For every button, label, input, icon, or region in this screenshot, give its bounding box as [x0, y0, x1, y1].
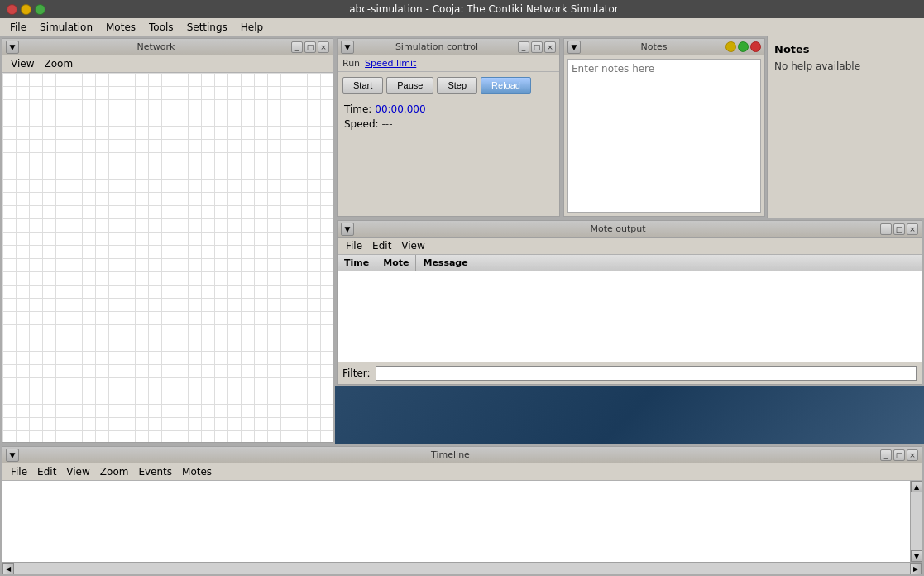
speed-limit-link[interactable]: Speed limit: [365, 58, 416, 69]
speed-value: ---: [382, 118, 393, 130]
timeline-scrollbar-h[interactable]: ◀ ▶: [2, 562, 922, 574]
notes-title: Notes: [584, 41, 724, 52]
col-message[interactable]: Message: [416, 255, 922, 271]
notes-min-btn[interactable]: [725, 41, 736, 52]
main-body: ▼ Network _ □ × View Zoom: [0, 36, 924, 576]
mote-table-header: Time Mote Message: [338, 255, 922, 271]
timeline-menu: File Edit View Zoom Events Motes: [2, 463, 922, 481]
network-grid: [2, 73, 333, 442]
menu-motes[interactable]: Motes: [99, 20, 142, 35]
network-min-btn[interactable]: _: [291, 41, 303, 53]
sim-control-panel: ▼ Simulation control _ □ × Run Speed lim…: [337, 38, 560, 217]
timeline-title: Timeline: [22, 449, 879, 460]
tl-menu-edit[interactable]: Edit: [32, 465, 61, 478]
mote-output-panel: ▼ Mote output _ □ × File Edit View Time …: [337, 220, 922, 385]
network-close-btn[interactable]: ×: [318, 41, 329, 53]
mote-title: Mote output: [357, 223, 879, 234]
notes-max-btn[interactable]: [738, 41, 749, 52]
notes-collapse-btn[interactable]: ▼: [567, 41, 581, 54]
timeline-content: ▲ ▼: [2, 481, 922, 562]
menu-bar: File Simulation Motes Tools Settings Hel…: [0, 18, 924, 36]
sim-close-btn[interactable]: ×: [544, 41, 556, 53]
network-max-btn[interactable]: □: [304, 41, 316, 53]
network-titlebar: ▼ Network _ □ ×: [2, 39, 333, 55]
sim-collapse-btn[interactable]: ▼: [341, 41, 354, 54]
scrollbar-left-btn[interactable]: ◀: [2, 563, 14, 574]
help-content: No help available: [774, 60, 917, 72]
mote-filter: Filter:: [338, 362, 922, 384]
menu-help[interactable]: Help: [234, 20, 270, 35]
tl-menu-motes[interactable]: Motes: [177, 465, 217, 478]
notes-panel: ▼ Notes: [563, 38, 765, 217]
scrollbar-up-btn[interactable]: ▲: [911, 481, 922, 492]
timeline-max-btn[interactable]: □: [893, 449, 905, 461]
menu-file[interactable]: File: [3, 20, 33, 35]
upper-body: ▼ Network _ □ × View Zoom: [0, 36, 924, 444]
scrollbar-track[interactable]: [911, 492, 922, 550]
col-time[interactable]: Time: [338, 255, 376, 271]
sim-max-btn[interactable]: □: [531, 41, 543, 53]
tl-menu-view[interactable]: View: [61, 465, 94, 478]
maximize-btn[interactable]: [35, 4, 45, 15]
mote-close-btn[interactable]: ×: [907, 223, 918, 235]
network-panel: ▼ Network _ □ × View Zoom: [2, 38, 333, 443]
mote-menu-file[interactable]: File: [341, 239, 367, 252]
timeline-collapse-btn[interactable]: ▼: [6, 449, 19, 462]
sim-titlebar: ▼ Simulation control _ □ ×: [338, 39, 559, 55]
timeline-marker: [36, 484, 36, 562]
network-menu-zoom[interactable]: Zoom: [39, 57, 78, 70]
step-button[interactable]: Step: [437, 77, 477, 94]
tl-menu-zoom[interactable]: Zoom: [95, 465, 134, 478]
speed-label: Speed:: [344, 118, 379, 130]
notes-titlebar: ▼ Notes: [564, 39, 764, 55]
help-title: Notes: [774, 43, 917, 55]
filter-label: Filter:: [342, 367, 371, 379]
menu-tools[interactable]: Tools: [142, 20, 180, 35]
sim-info: Time: 00:00.000 Speed: ---: [338, 98, 559, 135]
network-menu: View Zoom: [2, 55, 333, 73]
filter-input[interactable]: [376, 366, 917, 381]
dark-area: [335, 386, 924, 444]
sim-title: Simulation control: [357, 41, 516, 52]
help-panel: Notes No help available: [767, 36, 924, 218]
network-title: Network: [22, 41, 290, 52]
mote-collapse-btn[interactable]: ▼: [341, 223, 354, 236]
time-value: 00:00.000: [375, 103, 425, 115]
menu-simulation[interactable]: Simulation: [33, 20, 99, 35]
menu-settings[interactable]: Settings: [180, 20, 234, 35]
mote-menu-edit[interactable]: Edit: [367, 239, 396, 252]
top-panels: ▼ Simulation control _ □ × Run Speed lim…: [335, 36, 924, 218]
notes-close-btn[interactable]: [750, 41, 761, 52]
pause-button[interactable]: Pause: [386, 77, 433, 94]
start-button[interactable]: Start: [342, 77, 383, 94]
col-mote[interactable]: Mote: [376, 255, 416, 271]
network-canvas: [2, 73, 333, 442]
timeline-min-btn[interactable]: _: [880, 449, 892, 461]
scrollbar-down-btn[interactable]: ▼: [911, 550, 922, 562]
left-section: ▼ Network _ □ × View Zoom: [0, 36, 335, 444]
scrollbar-h-track[interactable]: [14, 563, 910, 574]
timeline-scrollbar-v[interactable]: ▲ ▼: [910, 481, 922, 562]
title-bar: abc-simulation - Cooja: The Contiki Netw…: [0, 0, 924, 18]
title-bar-buttons: [7, 4, 45, 15]
mote-table-body[interactable]: [338, 271, 922, 362]
window-title: abc-simulation - Cooja: The Contiki Netw…: [50, 3, 917, 15]
timeline-close-btn[interactable]: ×: [907, 449, 918, 461]
network-collapse-btn[interactable]: ▼: [6, 41, 19, 54]
mote-menu: File Edit View: [338, 238, 922, 255]
tl-menu-events[interactable]: Events: [133, 465, 177, 478]
sim-buttons: Start Pause Step Reload: [338, 72, 559, 98]
network-menu-view[interactable]: View: [6, 57, 39, 70]
run-label: Run: [342, 58, 360, 69]
mote-max-btn[interactable]: □: [893, 223, 905, 235]
reload-button[interactable]: Reload: [481, 77, 531, 94]
timeline-titlebar: ▼ Timeline _ □ ×: [2, 447, 922, 463]
mote-menu-view[interactable]: View: [396, 239, 429, 252]
scrollbar-right-btn[interactable]: ▶: [910, 563, 922, 574]
sim-min-btn[interactable]: _: [518, 41, 529, 53]
mote-min-btn[interactable]: _: [880, 223, 892, 235]
close-btn[interactable]: [7, 4, 17, 15]
tl-menu-file[interactable]: File: [6, 465, 32, 478]
notes-textarea[interactable]: [567, 59, 761, 213]
minimize-btn[interactable]: [21, 4, 31, 15]
